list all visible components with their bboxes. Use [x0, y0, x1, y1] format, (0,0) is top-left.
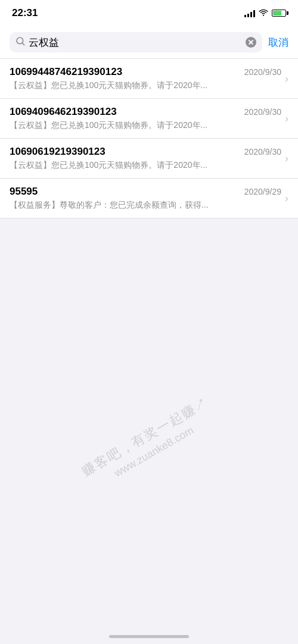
search-bar: 取消	[0, 26, 298, 59]
status-icons	[244, 8, 286, 18]
result-top: 10690619219390123 2020/9/30	[10, 146, 281, 158]
search-icon	[15, 36, 25, 48]
watermark-line2: www.zuanke8.com	[89, 411, 219, 493]
list-item[interactable]: 10690619219390123 2020/9/30 【云权益】您已兑换100…	[0, 139, 298, 179]
result-preview: 【权益服务】尊敬的客户：您已完成余额查询，获得...	[10, 200, 281, 211]
result-sender: 10690619219390123	[10, 146, 105, 158]
result-content: 10690619219390123 2020/9/30 【云权益】您已兑换100…	[10, 146, 281, 171]
clear-button[interactable]	[246, 37, 256, 48]
cancel-button[interactable]: 取消	[268, 36, 288, 49]
result-content: 10699448746219390123 2020/9/30 【云权益】您已兑换…	[10, 66, 281, 91]
result-date: 2020/9/30	[244, 147, 281, 157]
list-item[interactable]: 1069409646219390123 2020/9/30 【云权益】您已兑换1…	[0, 99, 298, 139]
status-time: 22:31	[12, 7, 38, 19]
result-preview: 【云权益】您已兑换100元天猫购物券。请于2020年...	[10, 80, 281, 91]
list-item[interactable]: 95595 2020/9/29 【权益服务】尊敬的客户：您已完成余额查询，获得.…	[0, 179, 298, 218]
result-content: 1069409646219390123 2020/9/30 【云权益】您已兑换1…	[10, 106, 281, 131]
search-input[interactable]	[29, 36, 242, 48]
wifi-icon	[259, 8, 268, 18]
watermark: 赚客吧，有奖一起赚↗ www.zuanke8.com	[79, 393, 219, 493]
results-list: 10699448746219390123 2020/9/30 【云权益】您已兑换…	[0, 59, 298, 218]
result-sender: 95595	[10, 186, 38, 198]
result-top: 10699448746219390123 2020/9/30	[10, 66, 281, 78]
chevron-right-icon: ›	[285, 112, 288, 125]
battery-icon	[272, 10, 286, 17]
chevron-right-icon: ›	[285, 152, 288, 165]
result-sender: 1069409646219390123	[10, 106, 117, 118]
watermark-line1: 赚客吧，有奖一起赚↗	[79, 393, 212, 480]
result-date: 2020/9/29	[244, 187, 281, 196]
signal-icon	[244, 9, 255, 17]
result-date: 2020/9/30	[244, 67, 281, 77]
chevron-right-icon: ›	[285, 192, 288, 205]
search-input-wrapper[interactable]	[10, 32, 262, 52]
result-content: 95595 2020/9/29 【权益服务】尊敬的客户：您已完成余额查询，获得.…	[10, 186, 281, 211]
result-preview: 【云权益】您已兑换100元天猫购物券。请于2020年...	[10, 120, 281, 131]
result-sender: 10699448746219390123	[10, 66, 122, 78]
chevron-right-icon: ›	[285, 73, 288, 85]
list-item[interactable]: 10699448746219390123 2020/9/30 【云权益】您已兑换…	[0, 59, 298, 99]
status-bar: 22:31	[0, 0, 298, 26]
result-preview: 【云权益】您已兑换100元天猫购物券。请于2020年...	[10, 160, 281, 171]
result-top: 95595 2020/9/29	[10, 186, 281, 198]
home-indicator	[109, 635, 189, 638]
result-top: 1069409646219390123 2020/9/30	[10, 106, 281, 118]
svg-line-1	[22, 43, 24, 45]
result-date: 2020/9/30	[244, 107, 281, 117]
